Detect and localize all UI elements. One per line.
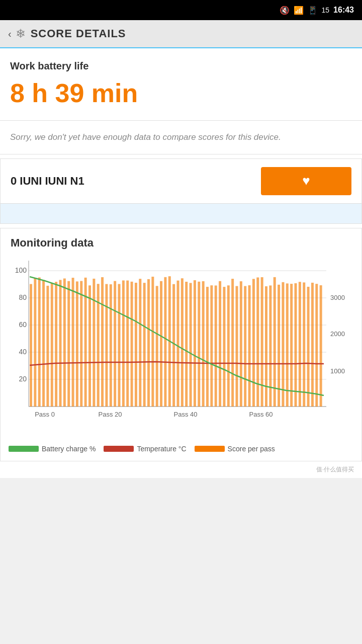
footer-watermark: 值·什么值得买 <box>0 461 362 478</box>
svg-rect-23 <box>38 277 41 407</box>
svg-rect-49 <box>147 279 150 406</box>
svg-rect-41 <box>114 281 116 406</box>
svg-rect-31 <box>72 278 74 407</box>
mute-icon: 🔇 <box>280 6 290 15</box>
svg-rect-25 <box>46 285 49 406</box>
comparison-text: Sorry, we don't yet have enough data to … <box>10 131 352 144</box>
status-bar: 🔇 📶 📱 15 16:43 <box>0 0 362 20</box>
svg-rect-64 <box>210 285 213 407</box>
svg-rect-74 <box>252 279 255 407</box>
svg-rect-68 <box>227 285 230 407</box>
svg-rect-75 <box>256 277 259 407</box>
svg-rect-30 <box>67 281 70 406</box>
status-time: 16:43 <box>333 6 354 15</box>
svg-rect-51 <box>156 286 158 407</box>
svg-rect-43 <box>122 280 125 407</box>
svg-text:Pass 0: Pass 0 <box>35 411 55 418</box>
heart-icon: ♥ <box>302 173 310 189</box>
legend-swatch-battery <box>9 446 39 452</box>
svg-rect-62 <box>202 281 205 406</box>
svg-rect-66 <box>219 281 221 406</box>
svg-rect-48 <box>143 283 146 407</box>
svg-rect-84 <box>295 283 297 406</box>
legend-item-battery: Battery charge % <box>9 445 96 453</box>
monitoring-chart: 100 80 60 40 20 3000 2000 1000 <box>5 256 357 437</box>
svg-rect-39 <box>105 284 108 406</box>
svg-rect-55 <box>172 284 175 406</box>
svg-text:Pass 40: Pass 40 <box>174 411 198 418</box>
svg-rect-50 <box>151 276 154 406</box>
device-sub-row <box>1 203 361 223</box>
svg-rect-81 <box>282 282 284 406</box>
svg-text:Pass 60: Pass 60 <box>249 411 273 418</box>
svg-rect-61 <box>198 281 200 406</box>
svg-rect-29 <box>63 278 66 407</box>
legend-swatch-score <box>195 446 225 452</box>
legend-label-score: Score per pass <box>228 445 275 453</box>
svg-rect-77 <box>265 286 267 407</box>
chart-container: 100 80 60 40 20 3000 2000 1000 <box>1 256 361 439</box>
svg-rect-33 <box>80 281 82 407</box>
snowflake-icon: ❄ <box>16 27 26 41</box>
svg-rect-53 <box>164 277 166 406</box>
svg-rect-40 <box>110 284 112 407</box>
svg-rect-28 <box>59 280 62 407</box>
svg-rect-42 <box>118 284 121 407</box>
svg-rect-56 <box>177 280 179 406</box>
svg-rect-72 <box>244 286 246 406</box>
monitoring-title: Monitoring data <box>1 228 361 256</box>
svg-rect-71 <box>240 281 242 407</box>
device-row: 0 IUNI IUNI N1 ♥ <box>1 159 361 203</box>
svg-text:40: 40 <box>19 348 27 356</box>
battery-life-label: Work battery life <box>10 60 352 72</box>
monitoring-section: Monitoring data 100 80 60 <box>0 228 362 461</box>
svg-rect-78 <box>269 285 272 407</box>
svg-rect-86 <box>303 282 305 407</box>
legend-label-battery: Battery charge % <box>42 445 96 453</box>
svg-rect-52 <box>160 281 162 406</box>
page-title: SCORE DETAILS <box>31 27 126 40</box>
favorite-button[interactable]: ♥ <box>261 167 351 195</box>
svg-text:80: 80 <box>19 293 27 301</box>
svg-rect-58 <box>185 281 188 406</box>
legend-label-temp: Temperature °C <box>137 445 186 453</box>
svg-rect-44 <box>126 280 129 406</box>
svg-rect-46 <box>135 282 137 406</box>
svg-rect-22 <box>34 278 36 407</box>
svg-rect-57 <box>181 278 184 407</box>
device-card: 0 IUNI IUNI N1 ♥ <box>0 158 362 224</box>
svg-rect-38 <box>101 277 104 406</box>
svg-rect-35 <box>88 285 91 407</box>
svg-text:3000: 3000 <box>330 294 345 301</box>
svg-rect-70 <box>236 286 238 406</box>
svg-text:20: 20 <box>19 375 27 383</box>
svg-rect-89 <box>315 284 318 407</box>
comparison-section: Sorry, we don't yet have enough data to … <box>0 121 362 154</box>
phone-icon: 📱 <box>308 6 318 15</box>
svg-text:2000: 2000 <box>330 330 345 338</box>
status-icons: 🔇 📶 📱 15 16:43 <box>280 6 354 15</box>
top-bar: ‹ ❄ SCORE DETAILS <box>0 20 362 48</box>
svg-rect-24 <box>42 280 45 406</box>
device-name: 0 IUNI IUNI N1 <box>11 175 261 188</box>
wifi-icon: 📶 <box>294 6 304 15</box>
svg-text:Pass 20: Pass 20 <box>99 411 122 418</box>
svg-rect-59 <box>190 283 192 407</box>
back-icon[interactable]: ‹ <box>8 28 12 40</box>
legend-item-temp: Temperature °C <box>104 445 186 453</box>
svg-rect-60 <box>194 280 196 406</box>
svg-text:100: 100 <box>15 266 27 274</box>
battery-life-section: Work battery life 8 h 39 min <box>0 48 362 121</box>
svg-rect-67 <box>223 287 225 407</box>
svg-rect-90 <box>320 285 322 407</box>
svg-rect-45 <box>131 281 133 406</box>
svg-rect-65 <box>215 285 217 407</box>
main-content: Work battery life 8 h 39 min Sorry, we d… <box>0 48 362 478</box>
svg-rect-69 <box>231 279 234 407</box>
svg-rect-32 <box>76 281 78 407</box>
chart-svg-wrapper: 100 80 60 40 20 3000 2000 1000 <box>5 256 357 439</box>
svg-rect-88 <box>311 282 314 406</box>
battery-life-value: 8 h 39 min <box>10 78 352 108</box>
svg-rect-36 <box>93 278 95 406</box>
svg-rect-79 <box>274 277 276 406</box>
